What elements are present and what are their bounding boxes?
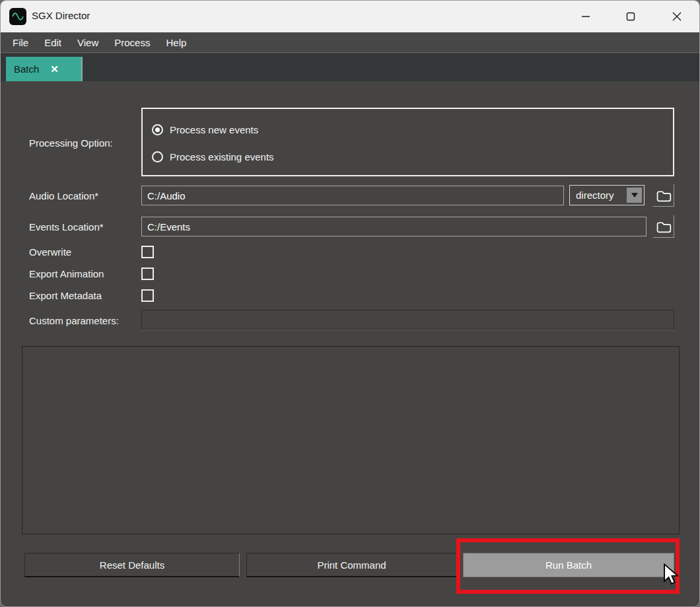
window-title: SGX Director — [32, 10, 90, 21]
output-log-panel — [22, 346, 680, 534]
custom-parameters-label: Custom parameters: — [29, 314, 119, 328]
menu-item-edit[interactable]: Edit — [43, 36, 63, 50]
app-window: SGX Director File Edit View Process Help… — [0, 0, 700, 607]
overwrite-label: Overwrite — [29, 246, 71, 259]
radio-process-existing-label: Process existing events — [170, 151, 274, 162]
overwrite-checkbox[interactable] — [141, 246, 154, 258]
reset-defaults-button[interactable]: Reset Defaults — [24, 553, 240, 577]
tabbar: Batch ✕ — [1, 54, 699, 81]
menu-item-process[interactable]: Process — [113, 36, 151, 50]
export-animation-label: Export Animation — [29, 268, 104, 281]
menu-item-view[interactable]: View — [76, 36, 100, 50]
events-location-input[interactable] — [141, 217, 647, 236]
radio-process-new-label: Process new events — [170, 124, 258, 135]
audio-location-input[interactable] — [141, 186, 564, 205]
radio-process-existing[interactable]: Process existing events — [152, 151, 274, 162]
app-logo-icon — [9, 8, 26, 25]
export-metadata-label: Export Metadata — [29, 289, 102, 303]
menubar: File Edit View Process Help — [1, 32, 699, 53]
radio-process-existing-icon[interactable] — [152, 151, 163, 162]
processing-option-group — [141, 108, 674, 176]
folder-icon — [656, 219, 672, 234]
chevron-down-icon[interactable] — [627, 188, 642, 203]
print-command-button[interactable]: Print Command — [246, 553, 457, 577]
tab-close-icon[interactable]: ✕ — [50, 64, 59, 74]
audio-mode-selected: directory — [570, 190, 627, 201]
processing-option-label: Processing Option: — [29, 137, 113, 150]
custom-parameters-input[interactable] — [141, 310, 674, 330]
audio-browse-button[interactable] — [653, 184, 674, 207]
tab-batch-label: Batch — [14, 63, 39, 75]
tab-batch[interactable]: Batch ✕ — [6, 57, 83, 81]
radio-process-new-icon[interactable] — [152, 124, 163, 135]
close-button[interactable] — [662, 1, 692, 32]
menu-item-file[interactable]: File — [11, 36, 30, 50]
minimize-button[interactable] — [571, 1, 601, 32]
radio-process-new[interactable]: Process new events — [152, 124, 258, 135]
menu-item-help[interactable]: Help — [164, 36, 188, 50]
titlebar[interactable]: SGX Director — [1, 1, 699, 32]
export-metadata-checkbox[interactable] — [141, 289, 154, 302]
audio-mode-dropdown[interactable]: directory — [569, 185, 645, 205]
run-batch-button[interactable]: Run Batch — [463, 553, 674, 577]
folder-icon — [656, 188, 672, 203]
maximize-button[interactable] — [615, 1, 646, 32]
events-browse-button[interactable] — [653, 215, 674, 238]
events-location-label: Events Location* — [29, 221, 104, 234]
audio-location-label: Audio Location* — [29, 190, 98, 203]
export-animation-checkbox[interactable] — [141, 268, 154, 280]
